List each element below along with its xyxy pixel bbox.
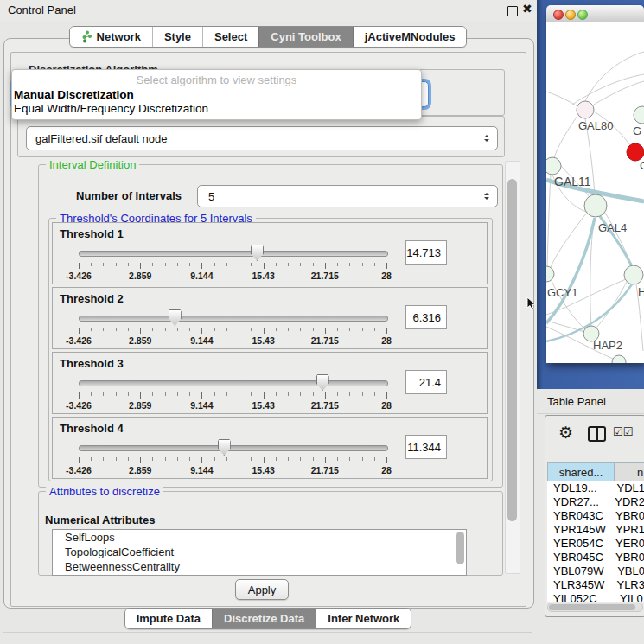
column-header-name[interactable]: n...: [615, 462, 644, 481]
cell-name: YBL0: [612, 564, 644, 578]
threshold-value-field[interactable]: 6.316: [405, 305, 447, 329]
checkbox-icons[interactable]: ☑☑: [613, 425, 633, 438]
gear-icon[interactable]: ⚙: [558, 423, 573, 443]
table-row[interactable]: YBL079WYBL0: [547, 564, 644, 578]
network-window-titlebar[interactable]: [546, 5, 644, 22]
table-data-combo[interactable]: galFiltered.sif default node: [26, 126, 498, 150]
threshold-label: Threshold 2: [60, 292, 124, 305]
node-gal80[interactable]: [577, 101, 594, 118]
threshold-value-field[interactable]: 14.713: [405, 240, 447, 265]
slider-tick-label: 9.144: [190, 465, 213, 475]
threshold-slider-track[interactable]: [79, 316, 388, 322]
node-h[interactable]: [624, 265, 643, 284]
attributes-list[interactable]: SelfLoopsTopologicalCoefficientBetweenne…: [52, 529, 467, 576]
slider-tick: [128, 457, 129, 461]
slider-tick: [226, 392, 227, 396]
popup-option-manual[interactable]: Manual Discretization: [14, 88, 134, 101]
minimize-traffic-light-icon[interactable]: [565, 10, 576, 20]
slider-tick: [152, 392, 153, 396]
node-partial-bottom[interactable]: [612, 355, 626, 363]
slider-tick: [251, 263, 252, 266]
table-row[interactable]: YDR27...YDR2: [547, 495, 644, 509]
panel-scrollbar-thumb[interactable]: [507, 179, 517, 521]
table-row[interactable]: YBR045CYBR0: [547, 551, 644, 564]
threshold-slider-thumb[interactable]: [316, 374, 329, 391]
slider-tick: [214, 328, 215, 331]
zoom-traffic-light-icon[interactable]: [577, 10, 588, 20]
table-hscrollbar[interactable]: [547, 603, 643, 612]
node-partial-top-right[interactable]: [634, 106, 644, 124]
node-gal11[interactable]: [546, 157, 561, 175]
network-nodes[interactable]: [546, 101, 644, 363]
popup-placeholder: Select algorithm to view settings: [12, 73, 421, 86]
slider-tick: [276, 392, 277, 396]
slider-tick: [165, 392, 166, 396]
slider-tick: [337, 457, 338, 461]
threshold-slider-track[interactable]: [79, 380, 388, 386]
column-header-shared-name[interactable]: shared...: [547, 462, 615, 481]
tab-cyni-toolbox[interactable]: Cyni Toolbox: [258, 27, 352, 47]
table-row[interactable]: YPR145WYPR1: [547, 523, 644, 537]
apply-button[interactable]: Apply: [235, 579, 289, 600]
cell-name: YLR3: [611, 578, 644, 592]
label-partial-g: G: [633, 124, 641, 137]
slider-tick: [239, 457, 239, 461]
tab-network[interactable]: Network: [70, 27, 152, 47]
attributes-scrollbar-thumb[interactable]: [456, 532, 464, 564]
split-columns-icon[interactable]: [588, 426, 606, 442]
tab-label: Select: [214, 30, 247, 43]
attribute-item-topologicalcoefficient[interactable]: TopologicalCoefficient: [53, 545, 466, 559]
tab-jactivemnodules[interactable]: jActiveMNodules: [353, 27, 467, 47]
slider-tick: [177, 263, 178, 266]
table-rows[interactable]: YDL19...YDL1YDR27...YDR2YBR043CYBR0YPR14…: [547, 481, 644, 602]
slider-tick: [116, 328, 117, 331]
slider-tick: [177, 457, 178, 461]
float-window-icon[interactable]: [507, 6, 518, 16]
threshold-value-field[interactable]: 11.344: [405, 435, 447, 459]
close-traffic-light-icon[interactable]: [553, 10, 564, 20]
threshold-slider-thumb[interactable]: [251, 245, 264, 261]
node-red-selected[interactable]: [627, 143, 644, 161]
tab-style[interactable]: Style: [152, 27, 202, 47]
threshold-value-field[interactable]: 21.4: [405, 370, 447, 394]
attribute-item-betweennesscentrality[interactable]: BetweennessCentrality: [53, 559, 466, 574]
slider-tick: [313, 392, 314, 396]
table-row[interactable]: YDL19...YDL1: [547, 481, 644, 495]
threshold-slider-thumb[interactable]: [218, 439, 231, 456]
slider-tick: [374, 263, 375, 266]
tab-infer-network[interactable]: Infer Network: [316, 609, 411, 628]
node-gal4[interactable]: [584, 194, 607, 217]
network-canvas[interactable]: GAL80 G C GAL11 GAL4 GCY1 H HAP2: [546, 22, 644, 363]
slider-tick: [79, 328, 80, 334]
table-row[interactable]: YIL052CYIL0: [547, 592, 644, 602]
slider-tick: [276, 457, 277, 461]
table-hscrollbar-thumb[interactable]: [549, 604, 635, 610]
top-tab-bar: NetworkStyleSelectCyni ToolboxjActiveMNo…: [0, 26, 536, 48]
slider-tick: [214, 263, 215, 266]
bottom-tab-segments: Impute DataDiscretize DataInfer Network: [124, 608, 412, 629]
table-row[interactable]: YER054CYER0: [547, 537, 644, 551]
slider-tick: [313, 328, 314, 331]
table-row[interactable]: YLR345WYLR3: [547, 578, 644, 592]
slider-tick: [116, 457, 117, 461]
tab-label: Network: [97, 30, 141, 43]
slider-tick-label: 15.43: [252, 271, 274, 281]
slider-tick: [201, 328, 202, 334]
popup-option-equal-width[interactable]: Equal Width/Frequency Discretization: [14, 102, 208, 115]
threshold-slider-track[interactable]: [79, 445, 388, 451]
slider-tick: [128, 328, 129, 331]
panel-scrollbar[interactable]: [505, 161, 520, 574]
threshold-slider-thumb[interactable]: [169, 309, 182, 326]
table-row[interactable]: YBR043CYBR0: [547, 509, 644, 523]
threshold-slider-track[interactable]: [79, 251, 388, 257]
node-gcy1[interactable]: [546, 266, 554, 282]
intervals-combo[interactable]: 5: [197, 185, 498, 207]
tab-label: Discretize Data: [224, 612, 304, 625]
threshold-panel-threshold-4: Threshold 4-3.4262.8599.14415.4321.71528…: [52, 417, 488, 479]
tab-impute-data[interactable]: Impute Data: [125, 609, 212, 628]
tab-discretize-data[interactable]: Discretize Data: [212, 609, 316, 628]
attribute-item-selfloops[interactable]: SelfLoops: [53, 530, 466, 545]
close-icon[interactable]: ✖: [522, 2, 532, 16]
control-panel-titlebar: Control Panel ✖: [0, 0, 536, 21]
tab-select[interactable]: Select: [202, 27, 258, 47]
